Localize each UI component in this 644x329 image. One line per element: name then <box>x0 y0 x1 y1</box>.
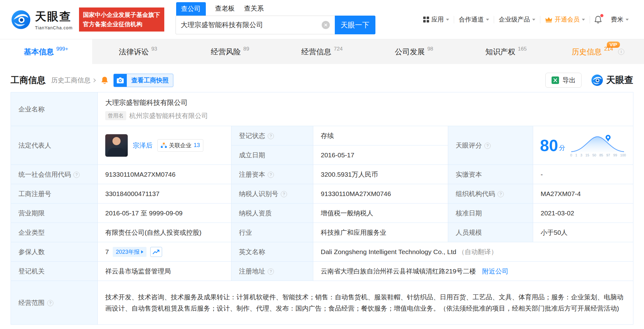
top-nav: 应用 合作通道 企业级产品 开通会员 <box>419 15 633 24</box>
camera-icon <box>114 74 127 87</box>
tab-business-info[interactable]: 经营信息 724 <box>276 39 368 64</box>
history-business-info-link[interactable]: 历史工商信息 <box>51 76 95 85</box>
search-tab-boss[interactable]: 查老板 <box>215 4 235 16</box>
label-approve-date: 核准日期 <box>448 204 533 223</box>
chevron-down-icon <box>446 19 449 22</box>
help-icon[interactable] <box>73 172 80 178</box>
legal-rep-link[interactable]: 宗泽后 <box>133 141 152 150</box>
help-icon[interactable] <box>498 191 504 197</box>
notifications-bell[interactable] <box>590 16 606 24</box>
annual-report-tag[interactable]: 2023年报 <box>113 247 146 257</box>
value-english-name: Dali Zongsheng Intelligent Technology Co… <box>313 242 633 262</box>
nav-partners[interactable]: 合作通道 <box>454 15 494 24</box>
tab-operation-risk[interactable]: 经营风险 89 <box>184 39 276 64</box>
value-business-scope: 技术开发、技术咨询、技术服务及成果转让：计算机软硬件、智能技术；销售：自动售货机… <box>98 281 633 325</box>
arrow-right-icon <box>141 250 143 253</box>
tab-count: 724 <box>334 46 343 52</box>
label-insured-count: 参保人数 <box>11 242 98 262</box>
table-row: 工商注册号 330184000471137 纳税人识别号 91330110MA2… <box>11 184 633 204</box>
former-name: 杭州宗盛智能科技有限公司 <box>129 111 208 120</box>
nav-enterprise-label: 企业级产品 <box>499 15 530 24</box>
nearby-companies-link[interactable]: 附近公司 <box>482 268 508 275</box>
nav-enterprise-products[interactable]: 企业级产品 <box>494 15 540 24</box>
snapshot-button-label: 查看工商快照 <box>127 74 173 87</box>
reg-address: 云南省大理白族自治州祥云县祥城镇清红路219号二楼 <box>321 268 476 275</box>
value-staff-size: 小于50人 <box>533 223 633 242</box>
tab-count: 89 <box>243 46 249 52</box>
help-icon[interactable] <box>47 300 53 306</box>
username: 费米 <box>611 15 623 24</box>
tab-label: 知识产权 <box>485 47 515 57</box>
export-button-label: 导出 <box>562 76 576 85</box>
label-business-scope: 经营范围 <box>11 281 98 325</box>
legal-rep-photo[interactable] <box>105 134 128 157</box>
value-taxpayer-no: 91330110MA27XM0746 <box>313 184 448 204</box>
tab-label: 经营信息 <box>301 47 331 57</box>
former-name-row: 曾用名 杭州宗盛智能科技有限公司 <box>105 111 626 120</box>
value-establish-date: 2016-05-17 <box>313 145 448 165</box>
tab-basic-info[interactable]: 基本信息 999+ <box>0 39 92 64</box>
user-menu[interactable]: 费米 <box>606 15 633 24</box>
tab-intellectual-property[interactable]: 知识产权 165 <box>460 39 552 64</box>
value-approve-date: 2021-03-02 <box>533 204 633 223</box>
tab-company-development[interactable]: 公司发展 98 <box>368 39 460 64</box>
help-icon[interactable] <box>268 268 274 275</box>
chevron-down-icon <box>486 19 489 22</box>
table-row: 企业类型 有限责任公司(自然人投资或控股) 行业 科技推广和应用服务业 人员规模… <box>11 223 633 242</box>
monitor-bell-icon[interactable] <box>101 76 108 84</box>
value-term: 2016-05-17 至 9999-09-09 <box>98 204 231 223</box>
search-tab-relation[interactable]: 查关系 <box>244 4 264 16</box>
nav-open-vip[interactable]: 开通会员 <box>540 15 590 24</box>
annual-report-label: 2023年报 <box>116 248 140 256</box>
tab-legal-proceedings[interactable]: 法律诉讼 93 <box>92 39 184 64</box>
search-area: 查公司 查老板 查关系 天眼一下 <box>176 2 375 34</box>
value-taxpayer-quality: 增值税一般纳税人 <box>313 204 448 223</box>
brand-name-en: TianYanCha.com <box>35 25 73 30</box>
gov-cert-line2: 官方备案企业征信机构 <box>83 20 160 29</box>
table-row: 参保人数 7 2023年报 英文名称 Dali Zongsheng Intell… <box>11 242 633 262</box>
table-row: 营业期限 2016-05-17 至 9999-09-09 纳税人资质 增值税一般… <box>11 204 633 223</box>
chevron-down-icon <box>626 19 629 22</box>
help-icon[interactable] <box>268 133 274 139</box>
nav-partners-label: 合作通道 <box>459 15 484 24</box>
info-icon[interactable] <box>618 49 624 55</box>
section-title: 工商信息 <box>11 74 46 86</box>
table-row: 经营范围 技术开发、技术咨询、技术服务及成果转让：计算机软硬件、智能技术；销售：… <box>11 281 633 325</box>
related-companies-label: 关联企业 <box>169 142 191 149</box>
search-button[interactable]: 天眼一下 <box>335 16 375 34</box>
label-reg-status: 登记状态 <box>231 126 313 145</box>
history-link-label: 历史工商信息 <box>51 76 91 85</box>
excel-icon <box>551 76 559 84</box>
tab-label: 法律诉讼 <box>119 47 149 57</box>
label-term: 营业期限 <box>11 204 98 223</box>
help-icon[interactable] <box>484 143 491 149</box>
tab-label: 经营风险 <box>211 47 241 57</box>
export-button[interactable]: 导出 <box>545 73 582 88</box>
search-tab-company[interactable]: 查公司 <box>176 2 206 16</box>
label-reg-authority: 登记机关 <box>11 262 98 281</box>
company-tabbar: 基本信息 999+ 法律诉讼 93 经营风险 89 经营信息 724 公司发展 … <box>0 39 644 64</box>
view-business-snapshot-button[interactable]: 查看工商快照 <box>113 74 173 87</box>
help-icon[interactable] <box>281 191 287 197</box>
tianyancha-logo[interactable]: 天眼查 TianYanCha.com <box>11 9 73 30</box>
nav-apps[interactable]: 应用 <box>419 15 454 24</box>
score-axis-labels: 0 1 3 15 50 85 97 99 100 <box>570 153 625 157</box>
value-industry: 科技推广和应用服务业 <box>313 223 448 242</box>
tab-history-info[interactable]: VIP 历史信息 214 <box>552 39 644 64</box>
label-establish-date: 成立日期 <box>231 145 313 165</box>
clear-search-icon[interactable] <box>322 21 330 29</box>
help-icon[interactable] <box>268 172 274 178</box>
tianyancha-company-page: { "header": { "brand": {"cn": "天眼查", "en… <box>0 0 644 329</box>
score-curve-chart[interactable]: 0 1 3 15 50 85 97 99 100 <box>570 134 625 157</box>
label-org-code: 组织机构代码 <box>448 184 533 204</box>
value-org-code: MA27XM07-4 <box>533 184 633 204</box>
insured-number: 7 <box>105 248 109 256</box>
related-companies-tag[interactable]: 关联企业 13 <box>157 139 203 152</box>
table-row: 法定代表人 宗泽后 关联企业 13 登记状态 存续 天眼评分 <box>11 126 633 145</box>
value-reg-capital: 3200.5931万人民币 <box>313 165 448 184</box>
label-taxpayer-no: 纳税人识别号 <box>231 184 313 204</box>
search-input[interactable] <box>176 16 335 34</box>
gov-cert-line1: 国家中小企业发展子基金旗下 <box>83 10 160 19</box>
trend-chart-icon[interactable] <box>150 247 162 257</box>
brand-name-cn: 天眼查 <box>35 9 73 24</box>
